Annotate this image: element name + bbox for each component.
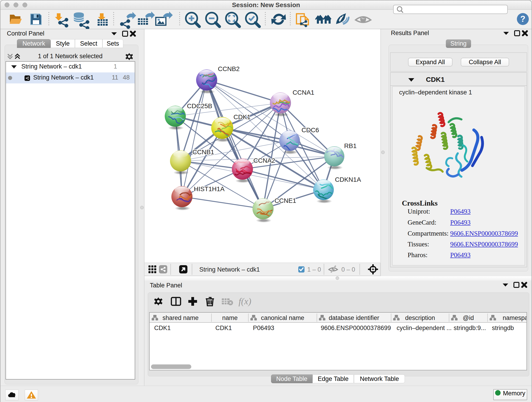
svg-text:CCNB2: CCNB2 [218, 65, 240, 72]
svg-text:CDC6: CDC6 [302, 127, 319, 134]
svg-text:RB1: RB1 [344, 142, 356, 149]
svg-text:f(x): f(x) [239, 296, 251, 306]
svg-text:CCNB1: CCNB1 [192, 148, 214, 156]
svg-text:CCNE1: CCNE1 [274, 197, 296, 204]
svg-text:1 – 0: 1 – 0 [307, 266, 321, 273]
svg-text:CDK1: CDK1 [234, 114, 251, 121]
svg-text:CDC25B: CDC25B [187, 102, 212, 109]
svg-text:String Network – cdk1: String Network – cdk1 [199, 266, 260, 273]
svg-text:CCNA1: CCNA1 [293, 89, 314, 96]
svg-text:0 – 0: 0 – 0 [341, 266, 355, 273]
svg-text:CDKN1A: CDKN1A [335, 176, 361, 183]
svg-text:HIST1H1A: HIST1H1A [194, 185, 225, 192]
svg-text:CCNA2: CCNA2 [253, 157, 275, 164]
